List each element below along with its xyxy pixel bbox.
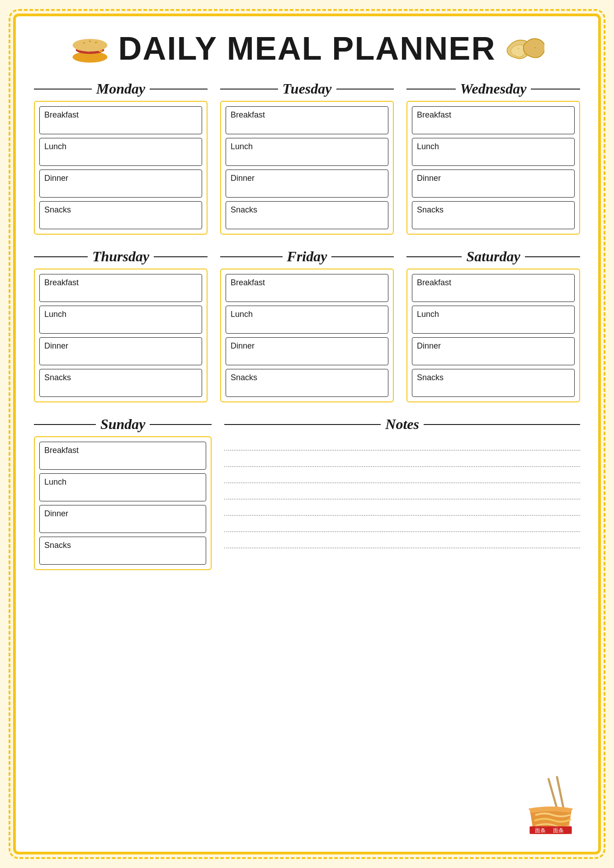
meal-box-dinner[interactable]: Dinner bbox=[39, 337, 202, 365]
page: DAILY MEAL PLANNER MondayBreakfastLunchD… bbox=[13, 14, 601, 854]
meal-box-dinner[interactable]: Dinner bbox=[39, 170, 202, 198]
meal-box-lunch[interactable]: Lunch bbox=[39, 306, 202, 334]
day-section-monday: MondayBreakfastLunchDinnerSnacks bbox=[34, 80, 208, 235]
meal-box-lunch[interactable]: Lunch bbox=[226, 138, 388, 166]
day-box: BreakfastLunchDinnerSnacks bbox=[220, 269, 394, 402]
meal-box-dinner[interactable]: Dinner bbox=[39, 505, 206, 533]
meal-box-breakfast[interactable]: Breakfast bbox=[226, 106, 388, 134]
meal-box-dinner[interactable]: Dinner bbox=[412, 170, 575, 198]
meal-label: Dinner bbox=[44, 509, 68, 519]
day-box: BreakfastLunchDinnerSnacks bbox=[406, 269, 580, 402]
meal-label: Dinner bbox=[231, 174, 255, 183]
day-box: BreakfastLunchDinnerSnacks bbox=[34, 269, 208, 402]
notes-title-row: Notes bbox=[224, 416, 580, 433]
notes-line[interactable] bbox=[224, 491, 580, 500]
meal-label: Lunch bbox=[231, 310, 253, 319]
meal-label: Lunch bbox=[44, 142, 66, 151]
meal-label: Lunch bbox=[44, 477, 66, 487]
meal-label: Snacks bbox=[44, 541, 71, 550]
meal-box-breakfast[interactable]: Breakfast bbox=[412, 106, 575, 134]
title-line-left bbox=[406, 89, 456, 90]
day-section-tuesday: TuesdayBreakfastLunchDinnerSnacks bbox=[220, 80, 394, 235]
sunday-section: SundayBreakfastLunchDinnerSnacks bbox=[34, 416, 212, 570]
meal-box-lunch[interactable]: Lunch bbox=[412, 138, 575, 166]
svg-point-7 bbox=[524, 51, 525, 52]
page-title: DAILY MEAL PLANNER bbox=[118, 30, 496, 67]
meal-label: Dinner bbox=[44, 341, 68, 351]
meal-box-breakfast[interactable]: Breakfast bbox=[226, 274, 388, 302]
svg-point-8 bbox=[534, 47, 536, 48]
day-title-row: Wednesday bbox=[406, 80, 580, 97]
title-line-right bbox=[150, 89, 208, 90]
day-title: Friday bbox=[283, 248, 332, 265]
notes-line[interactable] bbox=[224, 540, 580, 548]
meal-box-snacks[interactable]: Snacks bbox=[39, 201, 202, 229]
meal-box-snacks[interactable]: Snacks bbox=[39, 537, 206, 565]
meal-label: Breakfast bbox=[44, 110, 79, 120]
title-line-left bbox=[406, 256, 462, 257]
title-line-right bbox=[150, 424, 212, 425]
meal-box-breakfast[interactable]: Breakfast bbox=[39, 442, 206, 470]
meal-box-lunch[interactable]: Lunch bbox=[412, 306, 575, 334]
title-line-right bbox=[336, 89, 394, 90]
meal-label: Breakfast bbox=[44, 446, 79, 455]
meal-box-dinner[interactable]: Dinner bbox=[226, 170, 388, 198]
meal-label: Dinner bbox=[44, 174, 68, 183]
meal-box-breakfast[interactable]: Breakfast bbox=[39, 106, 202, 134]
svg-line-10 bbox=[557, 777, 563, 808]
day-title-row: Monday bbox=[34, 80, 208, 97]
day-title-row: Thursday bbox=[34, 248, 208, 265]
bottom-row: SundayBreakfastLunchDinnerSnacks Notes bbox=[34, 416, 580, 570]
svg-line-9 bbox=[548, 779, 557, 808]
meal-label: Breakfast bbox=[417, 110, 451, 120]
day-title: Monday bbox=[92, 80, 150, 97]
meal-box-snacks[interactable]: Snacks bbox=[412, 369, 575, 397]
day-section-saturday: SaturdayBreakfastLunchDinnerSnacks bbox=[406, 248, 580, 402]
meal-label: Breakfast bbox=[44, 278, 79, 288]
day-section-friday: FridayBreakfastLunchDinnerSnacks bbox=[220, 248, 394, 402]
meal-box-breakfast[interactable]: Breakfast bbox=[412, 274, 575, 302]
notes-line[interactable] bbox=[224, 443, 580, 451]
notes-title-line-left bbox=[224, 424, 381, 425]
days-grid: MondayBreakfastLunchDinnerSnacksTuesdayB… bbox=[34, 80, 580, 402]
day-box: BreakfastLunchDinnerSnacks bbox=[34, 101, 208, 235]
meal-box-breakfast[interactable]: Breakfast bbox=[39, 274, 202, 302]
title-line-left bbox=[34, 424, 96, 425]
meal-label: Breakfast bbox=[231, 110, 265, 120]
meal-label: Snacks bbox=[417, 373, 444, 382]
day-section-thursday: ThursdayBreakfastLunchDinnerSnacks bbox=[34, 248, 208, 402]
notes-line[interactable] bbox=[224, 524, 580, 532]
title-line-right bbox=[154, 256, 208, 257]
day-title: Saturday bbox=[462, 248, 524, 265]
meal-box-dinner[interactable]: Dinner bbox=[226, 337, 388, 365]
day-title-row: Friday bbox=[220, 248, 394, 265]
title-line-left bbox=[34, 256, 88, 257]
meal-label: Snacks bbox=[231, 205, 257, 215]
meal-label: Dinner bbox=[417, 341, 441, 351]
day-title-row: Saturday bbox=[406, 248, 580, 265]
hotdog-icon bbox=[70, 33, 110, 64]
meal-box-snacks[interactable]: Snacks bbox=[226, 369, 388, 397]
meal-label: Breakfast bbox=[417, 278, 451, 288]
meal-box-snacks[interactable]: Snacks bbox=[39, 369, 202, 397]
meal-box-lunch[interactable]: Lunch bbox=[39, 473, 206, 501]
notes-line[interactable] bbox=[224, 475, 580, 483]
notes-line[interactable] bbox=[224, 508, 580, 516]
meal-box-snacks[interactable]: Snacks bbox=[412, 201, 575, 229]
day-box: BreakfastLunchDinnerSnacks bbox=[34, 436, 212, 570]
day-title-row: Tuesday bbox=[220, 80, 394, 97]
day-title: Wednesday bbox=[456, 80, 531, 97]
title-line-left bbox=[34, 89, 92, 90]
meal-box-lunch[interactable]: Lunch bbox=[39, 138, 202, 166]
svg-point-6 bbox=[518, 47, 519, 49]
notes-line[interactable] bbox=[224, 459, 580, 467]
meal-box-lunch[interactable]: Lunch bbox=[226, 306, 388, 334]
notes-section: Notes bbox=[224, 416, 580, 548]
day-title: Thursday bbox=[88, 248, 154, 265]
meal-box-snacks[interactable]: Snacks bbox=[226, 201, 388, 229]
header: DAILY MEAL PLANNER bbox=[34, 30, 580, 67]
svg-text:面条: 面条 bbox=[535, 827, 546, 834]
meal-label: Lunch bbox=[231, 142, 253, 151]
meal-label: Snacks bbox=[417, 205, 444, 215]
meal-box-dinner[interactable]: Dinner bbox=[412, 337, 575, 365]
